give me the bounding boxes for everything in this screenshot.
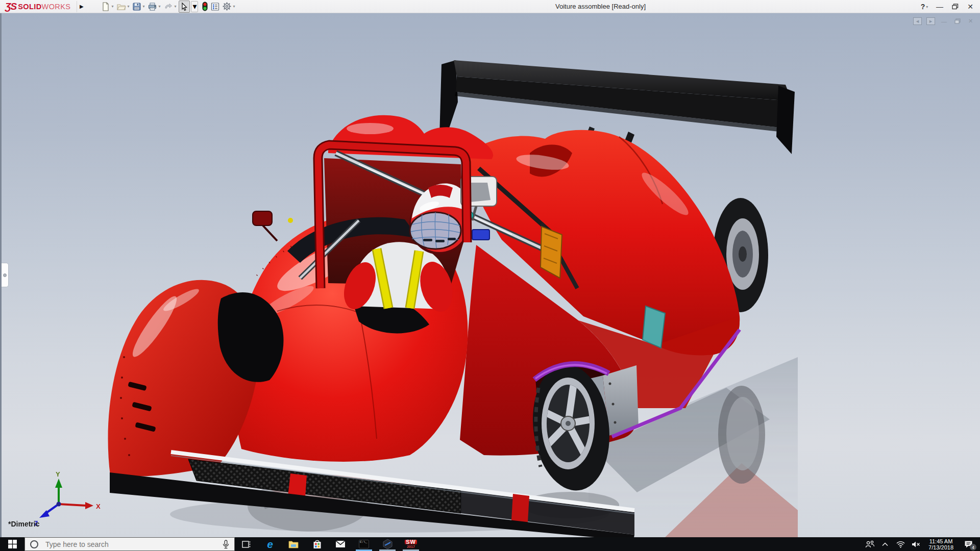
doc-next-button[interactable]: ▸ <box>926 17 935 25</box>
yellow-fitting <box>288 218 293 223</box>
svg-text:Y: Y <box>56 470 60 478</box>
store-button[interactable] <box>305 537 329 551</box>
mail-button[interactable] <box>329 537 352 551</box>
help-dropdown[interactable]: ▾ <box>926 5 928 9</box>
chevron-up-icon <box>882 542 888 546</box>
car-model-canvas[interactable] <box>2 13 980 537</box>
open-dropdown[interactable]: ▾ <box>127 4 129 9</box>
clock-date: 7/13/2018 <box>928 544 953 550</box>
edge-icon: e <box>267 539 273 549</box>
file-properties-icon <box>210 2 220 11</box>
titlebar: ƷS SOLID WORKS ▶ ▾ ▾ ▾ <box>0 0 980 13</box>
clock-time: 11:45 AM <box>928 538 953 544</box>
doc-close-button[interactable]: ✕ <box>966 17 975 25</box>
close-button[interactable]: ✕ <box>963 1 978 13</box>
document-window-controls: ◂ ▸ — ✕ <box>913 17 975 25</box>
options-gear-icon <box>222 2 232 11</box>
doc-restore-icon <box>954 18 961 24</box>
microphone-icon[interactable] <box>223 540 229 549</box>
side-mirror[interactable] <box>253 211 277 241</box>
solidworks-2017-icon: SW 2017 <box>405 540 417 549</box>
help-button[interactable]: ? ▾ <box>917 1 932 13</box>
doc-restore-button[interactable] <box>953 17 962 25</box>
edge-button[interactable]: e <box>258 537 282 551</box>
open-folder-icon <box>116 2 126 11</box>
select-cursor-icon <box>180 2 189 11</box>
taskbar-apps: e C:\_ <box>235 537 423 551</box>
panel-tab-grip <box>3 273 7 277</box>
file-explorer-icon <box>288 540 299 548</box>
taskbar-search[interactable] <box>24 537 235 551</box>
notification-badge: 4 <box>970 544 976 550</box>
new-document-icon <box>101 2 110 11</box>
print-button[interactable]: ▾ <box>147 1 162 13</box>
command-prompt-button[interactable]: C:\_ <box>352 537 376 551</box>
undo-dropdown[interactable]: ▾ <box>174 4 176 9</box>
system-tray: 11:45 AM 7/13/2018 4 <box>863 537 980 551</box>
options-button[interactable]: ▾ <box>222 1 236 13</box>
solidworks-logo-glyph: ƷS <box>5 1 16 12</box>
tray-overflow-button[interactable] <box>878 537 892 551</box>
edrawings-button[interactable] <box>376 537 399 551</box>
standard-toolbar: ▾ ▾ ▾ ▾ <box>100 0 237 13</box>
svg-text:X: X <box>96 503 101 510</box>
volume-button[interactable] <box>909 537 922 551</box>
save-floppy-icon <box>132 2 141 11</box>
windows-logo-icon <box>8 540 17 548</box>
view-orientation-label: *Dimetric <box>8 520 39 528</box>
volume-muted-icon <box>912 541 920 548</box>
save-button[interactable]: ▾ <box>132 1 146 13</box>
task-view-button[interactable] <box>235 537 258 551</box>
print-icon <box>148 2 157 11</box>
new-document-button[interactable]: ▾ <box>101 1 115 13</box>
wifi-icon <box>896 541 905 548</box>
select-tool-dropdown[interactable]: ▾ <box>191 1 198 12</box>
feature-panel-collapsed-tab[interactable] <box>2 263 9 287</box>
cortana-icon <box>30 540 38 548</box>
options-dropdown[interactable]: ▾ <box>233 4 235 9</box>
save-dropdown[interactable]: ▾ <box>142 4 144 9</box>
rebuild-traffic-light-icon <box>202 2 208 11</box>
windows-taskbar: e C:\_ <box>0 537 980 551</box>
doc-previous-button[interactable]: ◂ <box>913 17 922 25</box>
people-icon <box>865 540 875 548</box>
network-button[interactable] <box>894 537 907 551</box>
command-prompt-icon: C:\_ <box>359 540 369 548</box>
start-button[interactable] <box>0 537 24 551</box>
file-explorer-button[interactable] <box>282 537 305 551</box>
search-input[interactable] <box>44 540 219 549</box>
menu-expand-arrow-icon[interactable]: ▶ <box>77 1 86 12</box>
new-dropdown[interactable]: ▾ <box>111 4 113 9</box>
restore-icon <box>952 4 959 10</box>
teal-side-window <box>643 306 665 348</box>
people-button[interactable] <box>863 537 876 551</box>
solidworks-2017-button[interactable]: SW 2017 <box>399 537 423 551</box>
undo-arrow-icon <box>163 2 173 11</box>
clock[interactable]: 11:45 AM 7/13/2018 <box>924 538 958 550</box>
store-icon <box>313 540 322 549</box>
mail-icon <box>335 540 346 548</box>
solidworks-logo: ƷS SOLID WORKS <box>0 0 75 13</box>
graphics-viewport[interactable]: ◂ ▸ — ✕ <box>0 13 980 537</box>
restore-button[interactable] <box>947 1 963 13</box>
open-button[interactable]: ▾ <box>116 1 131 13</box>
edrawings-hexagon-icon <box>382 539 393 549</box>
action-center-button[interactable]: 4 <box>960 537 977 551</box>
doc-minimize-button[interactable]: — <box>940 17 948 25</box>
file-properties-button[interactable] <box>210 1 220 13</box>
task-view-icon <box>242 540 251 548</box>
undo-button[interactable]: ▾ <box>163 1 178 13</box>
window-controls: ? ▾ — ✕ <box>917 0 978 13</box>
print-dropdown[interactable]: ▾ <box>158 4 160 9</box>
select-tool-button[interactable] <box>179 1 190 13</box>
rebuild-button[interactable] <box>201 1 209 13</box>
minimize-button[interactable]: — <box>932 1 947 13</box>
window-title: Voiture assomblee [Read-only] <box>555 3 646 10</box>
